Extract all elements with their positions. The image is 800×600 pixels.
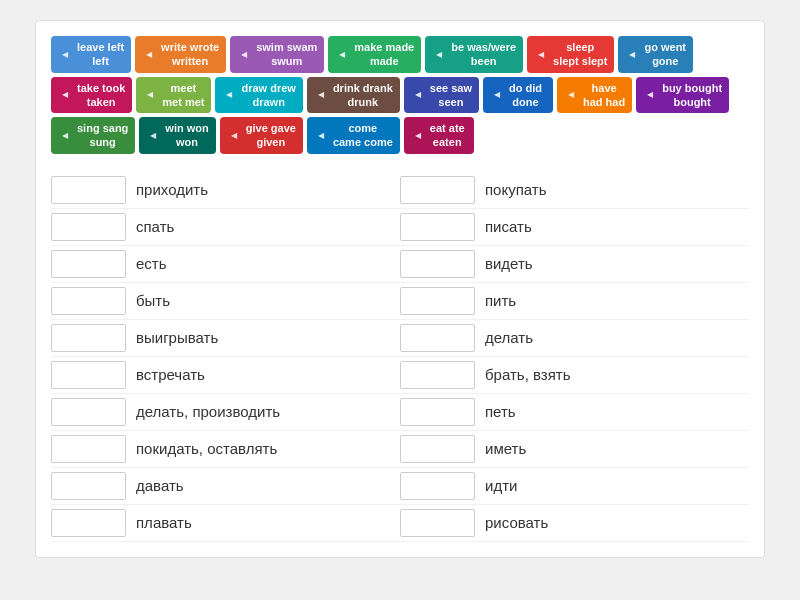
exercise-row-left-6: делать, производить <box>51 394 400 431</box>
speaker-icon[interactable] <box>534 47 548 61</box>
answer-input-left-4[interactable] <box>51 324 126 352</box>
russian-word-left-5: встречать <box>136 366 205 383</box>
answer-input-right-2[interactable] <box>400 250 475 278</box>
tile-label: win won won <box>165 121 208 150</box>
tile-draw[interactable]: draw drew drawn <box>215 77 302 114</box>
tile-do[interactable]: do did done <box>483 77 553 114</box>
russian-word-left-0: приходить <box>136 181 208 198</box>
speaker-icon[interactable] <box>227 128 241 142</box>
russian-word-right-4: делать <box>485 329 533 346</box>
russian-word-left-9: плавать <box>136 514 192 531</box>
right-exercise-column: покупатьписатьвидетьпитьделатьбрать, взя… <box>400 172 749 542</box>
exercise-row-left-1: спать <box>51 209 400 246</box>
tile-label: write wrote written <box>161 40 219 69</box>
tile-drink[interactable]: drink drank drunk <box>307 77 400 114</box>
tile-label: swim swam swum <box>256 40 317 69</box>
exercise-row-left-0: приходить <box>51 172 400 209</box>
tile-label: meet met met <box>162 81 204 110</box>
answer-input-right-4[interactable] <box>400 324 475 352</box>
tile-be[interactable]: be was/were been <box>425 36 523 73</box>
answer-input-left-9[interactable] <box>51 509 126 537</box>
speaker-icon[interactable] <box>643 88 657 102</box>
tile-come[interactable]: come came come <box>307 117 400 154</box>
tile-label: draw drew drawn <box>241 81 295 110</box>
tile-win[interactable]: win won won <box>139 117 215 154</box>
exercise-row-right-2: видеть <box>400 246 749 283</box>
russian-word-right-1: писать <box>485 218 532 235</box>
speaker-icon[interactable] <box>142 47 156 61</box>
speaker-icon[interactable] <box>58 128 72 142</box>
tile-eat[interactable]: eat ate eaten <box>404 117 474 154</box>
speaker-icon[interactable] <box>143 88 157 102</box>
answer-input-right-0[interactable] <box>400 176 475 204</box>
answer-input-left-8[interactable] <box>51 472 126 500</box>
answer-input-left-0[interactable] <box>51 176 126 204</box>
speaker-icon[interactable] <box>564 88 578 102</box>
answer-input-right-1[interactable] <box>400 213 475 241</box>
answer-input-left-5[interactable] <box>51 361 126 389</box>
tile-write[interactable]: write wrote written <box>135 36 226 73</box>
russian-word-right-9: рисовать <box>485 514 548 531</box>
tile-meet[interactable]: meet met met <box>136 77 211 114</box>
tile-label: sleep slept slept <box>553 40 607 69</box>
answer-input-right-8[interactable] <box>400 472 475 500</box>
speaker-icon[interactable] <box>237 47 251 61</box>
tile-take[interactable]: take took taken <box>51 77 132 114</box>
speaker-icon[interactable] <box>314 128 328 142</box>
russian-word-left-2: есть <box>136 255 167 272</box>
russian-word-left-8: давать <box>136 477 184 494</box>
russian-word-left-4: выигрывать <box>136 329 218 346</box>
russian-word-right-7: иметь <box>485 440 526 457</box>
answer-input-left-2[interactable] <box>51 250 126 278</box>
tile-go[interactable]: go went gone <box>618 36 693 73</box>
tile-make[interactable]: make made made <box>328 36 421 73</box>
answer-input-right-7[interactable] <box>400 435 475 463</box>
answer-input-right-9[interactable] <box>400 509 475 537</box>
russian-word-left-6: делать, производить <box>136 403 280 420</box>
tile-label: sing sang sung <box>77 121 128 150</box>
tile-buy[interactable]: buy bought bought <box>636 77 729 114</box>
speaker-icon[interactable] <box>411 88 425 102</box>
exercise-row-right-4: делать <box>400 320 749 357</box>
answer-input-left-1[interactable] <box>51 213 126 241</box>
tile-swim[interactable]: swim swam swum <box>230 36 324 73</box>
russian-word-right-2: видеть <box>485 255 533 272</box>
answer-input-right-3[interactable] <box>400 287 475 315</box>
tile-label: go went gone <box>644 40 686 69</box>
answer-input-left-6[interactable] <box>51 398 126 426</box>
tile-give[interactable]: give gave given <box>220 117 303 154</box>
russian-word-left-1: спать <box>136 218 174 235</box>
tile-label: do did done <box>509 81 542 110</box>
tile-have[interactable]: have had had <box>557 77 632 114</box>
tile-see[interactable]: see saw seen <box>404 77 479 114</box>
speaker-icon[interactable] <box>411 128 425 142</box>
exercise-row-right-8: идти <box>400 468 749 505</box>
answer-input-left-3[interactable] <box>51 287 126 315</box>
speaker-icon[interactable] <box>625 47 639 61</box>
answer-input-left-7[interactable] <box>51 435 126 463</box>
exercise-row-right-1: писать <box>400 209 749 246</box>
speaker-icon[interactable] <box>146 128 160 142</box>
speaker-icon[interactable] <box>58 47 72 61</box>
tile-leave[interactable]: leave left left <box>51 36 131 73</box>
exercise-row-left-4: выигрывать <box>51 320 400 357</box>
tile-sleep[interactable]: sleep slept slept <box>527 36 614 73</box>
russian-word-left-3: быть <box>136 292 170 309</box>
speaker-icon[interactable] <box>490 88 504 102</box>
tiles-area: leave left leftwrite wrote writtenswim s… <box>51 36 749 154</box>
exercise-row-right-5: брать, взять <box>400 357 749 394</box>
exercise-row-left-3: быть <box>51 283 400 320</box>
left-exercise-column: приходитьспатьестьбытьвыигрыватьвстречат… <box>51 172 400 542</box>
speaker-icon[interactable] <box>222 88 236 102</box>
speaker-icon[interactable] <box>335 47 349 61</box>
main-container: leave left leftwrite wrote writtenswim s… <box>35 20 765 558</box>
tile-sing[interactable]: sing sang sung <box>51 117 135 154</box>
speaker-icon[interactable] <box>314 88 328 102</box>
speaker-icon[interactable] <box>432 47 446 61</box>
answer-input-right-6[interactable] <box>400 398 475 426</box>
speaker-icon[interactable] <box>58 88 72 102</box>
tile-label: buy bought bought <box>662 81 722 110</box>
answer-input-right-5[interactable] <box>400 361 475 389</box>
tile-label: take took taken <box>77 81 125 110</box>
exercise-row-right-7: иметь <box>400 431 749 468</box>
